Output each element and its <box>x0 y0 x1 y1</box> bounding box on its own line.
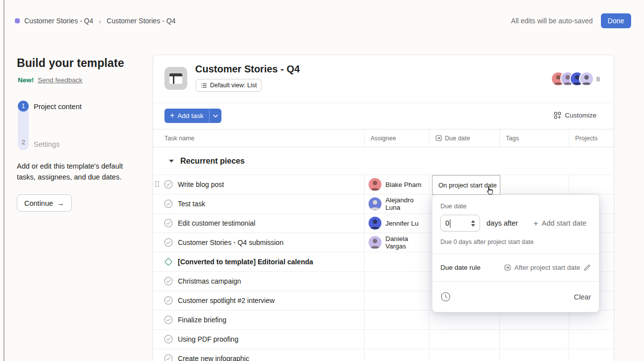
task-name[interactable]: Edit customer testimonial <box>178 219 255 227</box>
table-row[interactable]: Using PDF proofing <box>153 330 614 349</box>
task-name[interactable]: Create new infographic <box>178 355 249 361</box>
customize-label: Customize <box>565 112 596 119</box>
assignee-cell[interactable] <box>365 252 429 271</box>
assignee-cell[interactable] <box>365 330 429 349</box>
due-date-cell[interactable] <box>429 310 500 329</box>
avatar <box>369 197 381 210</box>
customize-button[interactable]: Customize <box>554 112 596 119</box>
col-task-name[interactable]: Task name <box>153 129 365 147</box>
sidebar-item-settings[interactable]: Settings <box>34 140 59 148</box>
projects-cell[interactable] <box>569 349 614 361</box>
col-tags[interactable]: Tags <box>500 129 569 147</box>
col-due-date[interactable]: Due date <box>429 129 500 147</box>
table-row[interactable]: Create new infographic <box>153 349 614 361</box>
step-1-indicator: 1 <box>18 101 29 112</box>
table-header: Task name Assignee Due date Tags Project… <box>153 129 614 147</box>
customize-icon <box>554 112 561 119</box>
member-avatars[interactable]: 8 <box>552 72 600 85</box>
clock-icon[interactable] <box>440 292 451 302</box>
table-row[interactable]: Write blog post Blake Pham <box>153 175 614 194</box>
tags-cell[interactable] <box>500 175 569 194</box>
assignee-name: Jennifer Lu <box>385 220 419 227</box>
page-title: Build your template <box>17 57 124 70</box>
task-name[interactable]: Customer Stories - Q4 submission <box>178 239 283 246</box>
check-circle-icon[interactable] <box>164 277 173 286</box>
default-view-label: Default view: List <box>210 82 257 89</box>
assignee-name: Alejandro Luna <box>385 196 429 211</box>
check-circle-icon[interactable] <box>164 335 173 344</box>
projects-cell[interactable] <box>569 175 614 194</box>
step-up-icon[interactable] <box>471 220 475 223</box>
col-assignee[interactable]: Assignee <box>365 129 429 147</box>
sidebar-item-project-content[interactable]: Project content <box>34 103 82 111</box>
task-name[interactable]: [Converted to template] Editorial calend… <box>178 258 313 266</box>
tags-cell[interactable] <box>500 310 569 329</box>
assignee-cell[interactable] <box>365 272 429 291</box>
task-name[interactable]: Finalize briefing <box>178 316 226 324</box>
breadcrumb-template[interactable]: Customer Stories - Q4 <box>24 17 93 25</box>
projects-cell[interactable] <box>569 310 614 329</box>
project-template-icon <box>164 67 187 90</box>
assignee-cell[interactable]: Alejandro Luna <box>365 194 429 213</box>
check-circle-icon[interactable] <box>164 219 173 228</box>
pencil-icon[interactable] <box>584 264 591 271</box>
default-view-chip[interactable]: Default view: List <box>196 79 262 92</box>
due-date-cell[interactable] <box>429 330 500 349</box>
add-task-button[interactable]: + Add task <box>164 109 209 123</box>
table-row[interactable]: Finalize briefing <box>153 310 614 330</box>
task-name[interactable]: Test task <box>178 200 205 208</box>
step-description: Add or edit this template's default task… <box>17 161 133 182</box>
projects-cell[interactable] <box>569 330 614 349</box>
check-circle-icon[interactable] <box>164 199 173 208</box>
check-circle-icon[interactable] <box>164 296 173 305</box>
rule-value-text: After project start date <box>514 264 580 271</box>
breadcrumb-project[interactable]: Customer Stories - Q4 <box>107 17 175 25</box>
assignee-name: Blake Pham <box>385 181 422 188</box>
tags-cell[interactable] <box>500 349 569 361</box>
add-task-dropdown-button[interactable] <box>209 109 221 123</box>
new-badge: New! <box>18 76 34 84</box>
section-name[interactable]: Recurrent pieces <box>180 157 245 166</box>
assignee-cell[interactable]: Daniela Vargas <box>365 233 429 252</box>
task-name[interactable]: Customer spotlight #2 interview <box>178 297 274 304</box>
due-summary: Due 0 days after project start date <box>440 239 591 245</box>
assignee-cell[interactable]: Jennifer Lu <box>365 214 429 233</box>
assignee-cell[interactable] <box>365 349 429 361</box>
assignee-cell[interactable] <box>365 310 429 329</box>
add-task-split-button: + Add task <box>164 109 221 123</box>
continue-button[interactable]: Continue → <box>17 194 72 212</box>
check-circle-icon[interactable] <box>164 315 173 324</box>
step-down-icon[interactable] <box>471 224 475 227</box>
check-circle-icon[interactable] <box>164 354 173 361</box>
clear-button[interactable]: Clear <box>574 293 591 301</box>
milestone-diamond-icon[interactable] <box>164 257 173 266</box>
check-circle-icon[interactable] <box>164 180 173 189</box>
selected-due-date-cell[interactable]: On project start date <box>432 175 500 195</box>
tags-cell[interactable] <box>500 330 569 349</box>
assignee-cell[interactable]: Blake Pham <box>365 175 429 194</box>
done-button[interactable]: Done <box>601 13 631 28</box>
collapse-triangle-icon[interactable] <box>169 160 174 163</box>
due-date-cell[interactable] <box>429 349 500 361</box>
col-projects[interactable]: Projects <box>569 129 614 147</box>
section-header[interactable]: Recurrent pieces <box>153 147 614 175</box>
due-date-rule-value[interactable]: After project start date <box>504 264 591 271</box>
task-name[interactable]: Christmas campaign <box>178 277 241 285</box>
chevron-down-icon <box>213 115 218 118</box>
check-circle-icon[interactable] <box>164 238 173 247</box>
drag-handle-icon[interactable] <box>155 181 159 187</box>
arrow-right-icon: → <box>57 199 64 207</box>
project-title[interactable]: Customer Stories - Q4 <box>195 63 300 75</box>
task-name[interactable]: Write blog post <box>178 180 224 188</box>
stepper-arrows[interactable] <box>471 220 475 227</box>
assignee-cell[interactable] <box>365 291 429 310</box>
topbar-right: All edits will be auto-saved Done <box>511 13 631 28</box>
task-name[interactable]: Using PDF proofing <box>178 335 238 343</box>
window-edge <box>3 0 4 361</box>
add-start-date-button[interactable]: + Add start date <box>534 219 587 228</box>
list-icon <box>201 82 207 89</box>
days-input[interactable]: 0 <box>440 215 480 232</box>
plus-icon: + <box>534 219 538 228</box>
toolbar: + Add task Customize <box>153 103 614 129</box>
send-feedback-link[interactable]: Send feedback <box>38 76 82 84</box>
